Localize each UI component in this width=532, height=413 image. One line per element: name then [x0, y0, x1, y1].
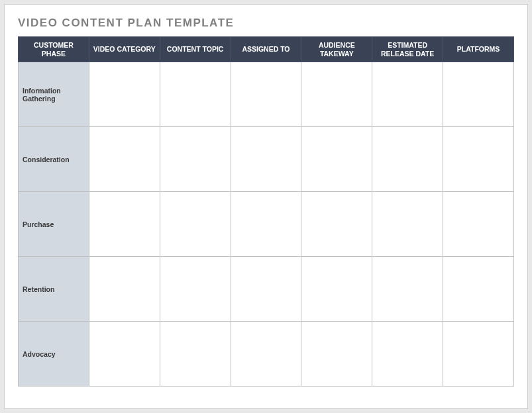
cell-audience-takeway — [301, 127, 372, 192]
phase-cell: Purchase — [19, 192, 89, 257]
cell-platforms — [443, 62, 514, 127]
cell-estimated-release-date — [372, 257, 443, 322]
phase-cell: Advocacy — [19, 322, 89, 387]
cell-content-topic — [160, 257, 231, 322]
col-audience-takeway: AUDIENCE TAKEWAY — [301, 37, 372, 62]
cell-content-topic — [160, 322, 231, 387]
cell-estimated-release-date — [372, 127, 443, 192]
col-video-category: VIDEO CATEGORY — [89, 37, 160, 62]
table-row: Information Gathering — [19, 62, 514, 127]
cell-assigned-to — [231, 127, 301, 192]
cell-content-topic — [160, 192, 231, 257]
cell-estimated-release-date — [372, 192, 443, 257]
cell-audience-takeway — [301, 257, 372, 322]
table-row: Retention — [19, 257, 514, 322]
phase-cell: Consideration — [19, 127, 89, 192]
header-row: CUSTOMER PHASE VIDEO CATEGORY CONTENT TO… — [19, 37, 514, 62]
phase-cell: Information Gathering — [19, 62, 89, 127]
cell-platforms — [443, 127, 514, 192]
cell-video-category — [89, 322, 160, 387]
col-customer-phase: CUSTOMER PHASE — [19, 37, 89, 62]
table-row: Consideration — [19, 127, 514, 192]
phase-cell: Retention — [19, 257, 89, 322]
col-platforms: PLATFORMS — [443, 37, 514, 62]
cell-content-topic — [160, 127, 231, 192]
cell-audience-takeway — [301, 192, 372, 257]
cell-assigned-to — [231, 257, 301, 322]
cell-assigned-to — [231, 192, 301, 257]
cell-audience-takeway — [301, 322, 372, 387]
cell-platforms — [443, 257, 514, 322]
cell-video-category — [89, 192, 160, 257]
cell-platforms — [443, 322, 514, 387]
page-title: VIDEO CONTENT PLAN TEMPLATE — [18, 17, 514, 30]
cell-video-category — [89, 127, 160, 192]
cell-assigned-to — [231, 62, 301, 127]
cell-assigned-to — [231, 322, 301, 387]
content-plan-table: CUSTOMER PHASE VIDEO CATEGORY CONTENT TO… — [18, 36, 514, 387]
table-row: Purchase — [19, 192, 514, 257]
col-assigned-to: ASSIGNED TO — [231, 37, 301, 62]
cell-estimated-release-date — [372, 62, 443, 127]
table-row: Advocacy — [19, 322, 514, 387]
cell-platforms — [443, 192, 514, 257]
cell-audience-takeway — [301, 62, 372, 127]
col-estimated-release-date: ESTIMATED RELEASE DATE — [372, 37, 443, 62]
page: VIDEO CONTENT PLAN TEMPLATE CUSTOMER PHA… — [4, 4, 528, 409]
cell-video-category — [89, 62, 160, 127]
cell-content-topic — [160, 62, 231, 127]
col-content-topic: CONTENT TOPIC — [160, 37, 231, 62]
cell-video-category — [89, 257, 160, 322]
cell-estimated-release-date — [372, 322, 443, 387]
